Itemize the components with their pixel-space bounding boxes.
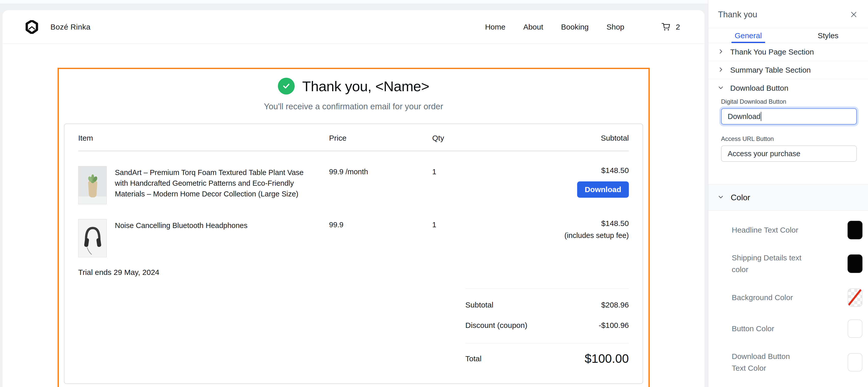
color-row-label: Headline Text Color — [732, 224, 803, 236]
thank-you-title: Thank you, <Name> — [302, 78, 429, 94]
color-row-label: Shipping Details text color — [732, 252, 803, 276]
color-swatch-background[interactable] — [848, 289, 862, 307]
panel-header: Thank you — [708, 0, 868, 28]
color-row-button: Button Color — [732, 320, 862, 338]
tab-general[interactable]: General — [708, 28, 788, 43]
product-qty: 1 — [432, 219, 516, 257]
item-cell: Noise Cancelling Bluetooth Headphones — [78, 219, 329, 257]
accordion-label: Summary Table Section — [730, 66, 811, 75]
subtotal-line: Subtotal $208.96 — [465, 301, 629, 309]
digital-download-button-label: Digital Download Button — [721, 98, 857, 105]
thank-you-heading-block: Thank you, <Name> — [59, 78, 648, 94]
table-row: Noise Cancelling Bluetooth Headphones 99… — [78, 204, 629, 257]
product-name: SandArt – Premium Torq Foam Textured Tab… — [115, 166, 313, 204]
product-subtotal: $148.50 — [601, 166, 629, 175]
site-nav: Home About Booking Shop 2 — [485, 21, 680, 33]
download-button-fields: Digital Download Button Download Access … — [708, 97, 868, 162]
cart-button[interactable]: 2 — [661, 21, 680, 33]
setup-fee-note: (includes setup fee) — [516, 231, 629, 240]
preview-editor-area: Bozé Rinka Home About Booking Shop — [0, 0, 708, 387]
col-header-item: Item — [78, 134, 329, 142]
chevron-down-icon — [718, 194, 723, 201]
input-value: Download — [728, 112, 761, 121]
totals-block: Subtotal $208.96 Discount (coupon) -$100… — [465, 289, 629, 366]
product-price: 99.9 — [329, 219, 432, 257]
nav-item-about[interactable]: About — [523, 23, 543, 31]
totals-divider — [465, 289, 629, 289]
trial-ends-note: Trial ends 29 May, 2024 — [78, 268, 629, 277]
accordion-summary-table-section[interactable]: Summary Table Section — [708, 61, 868, 79]
product-price: 99.9 /month — [329, 166, 432, 204]
color-swatch-shipping-details[interactable] — [848, 255, 862, 273]
digital-download-button-input[interactable]: Download — [721, 108, 857, 125]
chevron-right-icon — [718, 67, 723, 73]
color-row-label: Background Color — [732, 292, 803, 304]
accordion-color-section[interactable]: Color — [708, 184, 868, 211]
total-value: $100.00 — [585, 352, 629, 366]
tab-styles[interactable]: Styles — [788, 28, 868, 43]
color-row-shipping-details: Shipping Details text color — [732, 252, 862, 276]
panel-tabs: General Styles — [708, 28, 868, 43]
discount-value: -$100.96 — [599, 321, 629, 330]
accordion-label: Thank You Page Section — [730, 48, 814, 56]
window-top-strip — [0, 0, 708, 4]
color-row-headline-text: Headline Text Color — [732, 221, 862, 239]
discount-label: Discount (coupon) — [465, 321, 527, 330]
chevron-right-icon — [718, 49, 723, 55]
col-header-subtotal: Subtotal — [516, 134, 629, 142]
product-image-headphones — [78, 219, 107, 257]
color-rows: Headline Text Color Shipping Details tex… — [708, 211, 868, 387]
col-header-price: Price — [329, 134, 432, 142]
panel-title: Thank you — [718, 10, 757, 19]
total-line: Total $100.00 — [465, 352, 629, 366]
brand-name: Bozé Rinka — [51, 23, 90, 31]
accordion-download-button[interactable]: Download Button — [708, 79, 868, 97]
app-root: Bozé Rinka Home About Booking Shop — [0, 0, 868, 387]
accordion-label: Download Button — [730, 84, 788, 92]
color-swatch-button[interactable] — [848, 320, 862, 338]
download-button[interactable]: Download — [577, 181, 629, 198]
color-row-label: Button Color — [732, 323, 803, 335]
settings-panel: Thank you General Styles Thank You Page … — [708, 0, 868, 387]
product-subtotal-cell: $148.50 Download — [516, 166, 629, 204]
product-image-plant-vase — [78, 166, 107, 204]
cart-icon — [661, 21, 671, 33]
product-subtotal: $148.50 — [601, 219, 629, 228]
cart-count: 2 — [676, 23, 680, 31]
subtotal-value: $208.96 — [601, 301, 629, 309]
nav-item-booking[interactable]: Booking — [561, 23, 589, 31]
col-header-qty: Qty — [432, 134, 516, 142]
access-url-button-input[interactable]: Access your purchase — [721, 146, 857, 162]
text-caret — [761, 112, 761, 121]
success-check-icon — [278, 78, 295, 94]
color-row-download-button-text: Download Button Text Color — [732, 351, 862, 374]
product-subtotal-cell: $148.50 (includes setup fee) — [516, 219, 629, 257]
brand-logo-icon — [25, 20, 39, 34]
product-name: Noise Cancelling Bluetooth Headphones — [115, 219, 248, 257]
total-label: Total — [465, 354, 482, 363]
color-row-label: Download Button Text Color — [732, 351, 803, 374]
color-swatch-download-button-text[interactable] — [848, 353, 862, 371]
item-cell: SandArt – Premium Torq Foam Textured Tab… — [78, 166, 329, 204]
order-summary-table: Item Price Qty Subtotal — [64, 124, 643, 384]
product-qty: 1 — [432, 166, 516, 204]
thank-you-section-selected[interactable]: Thank you, <Name> You'll receive a confi… — [58, 68, 650, 387]
nav-item-home[interactable]: Home — [485, 23, 505, 31]
chevron-down-icon — [718, 85, 723, 91]
close-icon[interactable] — [850, 10, 858, 19]
color-row-background: Background Color — [732, 289, 862, 307]
color-swatch-headline-text[interactable] — [848, 221, 862, 239]
table-row: SandArt – Premium Torq Foam Textured Tab… — [78, 151, 629, 204]
input-value: Access your purchase — [728, 150, 800, 158]
discount-line: Discount (coupon) -$100.96 — [465, 321, 629, 330]
subtotal-label: Subtotal — [465, 301, 493, 309]
table-header-row: Item Price Qty Subtotal — [78, 124, 629, 151]
color-section-label: Color — [731, 193, 750, 202]
access-url-button-label: Access URL Button — [721, 135, 857, 142]
accordion-thank-you-page-section[interactable]: Thank You Page Section — [708, 43, 868, 61]
nav-item-shop[interactable]: Shop — [607, 23, 624, 31]
site-header: Bozé Rinka Home About Booking Shop — [3, 10, 705, 44]
totals-divider — [465, 343, 629, 344]
site-preview-canvas: Bozé Rinka Home About Booking Shop — [3, 10, 705, 387]
thank-you-subtitle: You'll receive a confirmation email for … — [59, 102, 648, 111]
